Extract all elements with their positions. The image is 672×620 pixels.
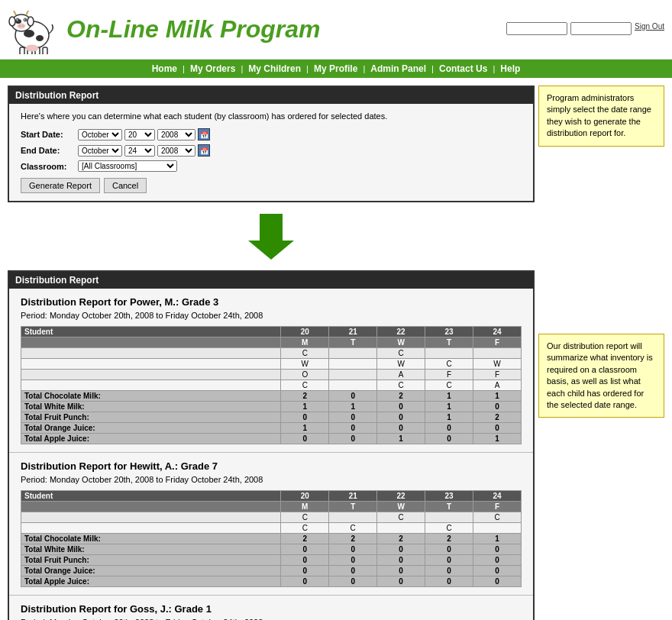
svg-point-10 (19, 25, 21, 27)
down-arrow-container (8, 214, 535, 261)
svg-point-11 (22, 25, 24, 27)
start-date-row: Start Date: October 20 2008 📅 (21, 128, 522, 140)
end-year-select[interactable]: 2008 (157, 145, 195, 157)
svg-point-2 (24, 30, 34, 37)
generate-report-button[interactable]: Generate Report (21, 178, 100, 193)
main-content: Program administrators simply select the… (0, 78, 672, 620)
report-table-2: Student 20 21 22 23 24 M T W T F (21, 490, 522, 587)
password-input[interactable] (570, 22, 632, 35)
student-col-header: Student (21, 327, 281, 337)
logo (8, 5, 57, 54)
start-calendar-icon[interactable]: 📅 (198, 128, 210, 140)
start-month-select[interactable]: October (78, 129, 122, 140)
end-day-select[interactable]: 24 (124, 145, 155, 157)
nav-my-children[interactable]: My Children (248, 63, 301, 74)
svg-point-8 (25, 19, 27, 21)
svg-point-14 (9, 17, 15, 26)
end-date-label: End Date: (21, 146, 78, 155)
nav-my-profile[interactable]: My Profile (314, 63, 357, 74)
svg-rect-16 (20, 47, 24, 54)
cancel-button[interactable]: Cancel (104, 178, 147, 193)
report-results-header: Distribution Report (9, 272, 533, 289)
report-period-1: Period: Monday October 20th, 2008 to Fri… (21, 311, 522, 320)
svg-point-15 (27, 17, 34, 26)
svg-line-12 (14, 11, 16, 15)
nav-home[interactable]: Home (152, 63, 177, 74)
svg-rect-19 (43, 47, 47, 54)
report-title-1: Distribution Report for Power, M.: Grade… (21, 296, 522, 308)
svg-line-13 (26, 11, 28, 15)
svg-point-20 (26, 45, 38, 51)
start-day-select[interactable]: 20 (124, 129, 155, 140)
report-section-1: Distribution Report for Power, M.: Grade… (9, 289, 533, 453)
tooltip-1: Program administrators simply select the… (538, 86, 664, 147)
nav-help[interactable]: Help (500, 63, 520, 74)
report-form-body: Here's where you can determine what each… (9, 104, 533, 201)
svg-marker-21 (248, 214, 294, 260)
end-date-row: End Date: October 24 2008 📅 (21, 144, 522, 157)
sign-out-link[interactable]: Sign Out (635, 22, 664, 35)
report-title-2: Distribution Report for Hewitt, A.: Grad… (21, 460, 522, 472)
classroom-label: Classroom: (21, 162, 78, 171)
form-buttons: Generate Report Cancel (21, 178, 522, 193)
svg-point-3 (36, 35, 44, 41)
top-nav: Home | My Orders | My Children | My Prof… (0, 60, 672, 78)
report-section-2: Distribution Report for Hewitt, A.: Grad… (9, 453, 533, 596)
tooltip-2: Our distribution report will summarize w… (538, 334, 664, 418)
site-title: On-Line Milk Program (66, 15, 506, 44)
report-section-3: Distribution Report for Goss, J.: Grade … (9, 596, 533, 620)
nav-admin-panel[interactable]: Admin Panel (370, 63, 426, 74)
nav-my-orders[interactable]: My Orders (190, 63, 235, 74)
report-form-header: Distribution Report (9, 87, 533, 104)
report-table-1: Student 20 21 22 23 24 M T W T F (21, 326, 522, 444)
end-calendar-icon[interactable]: 📅 (198, 144, 210, 157)
end-month-select[interactable]: October (78, 145, 122, 157)
nav-contact-us[interactable]: Contact Us (439, 63, 487, 74)
svg-point-7 (18, 19, 19, 21)
start-date-label: Start Date: (21, 130, 78, 139)
start-year-select[interactable]: 2008 (157, 129, 195, 140)
username-input[interactable] (506, 22, 567, 35)
report-results-box: Distribution Report Distribution Report … (8, 270, 535, 620)
report-form-box: Distribution Report Here's where you can… (8, 86, 535, 202)
report-period-2: Period: Monday October 20th, 2008 to Fri… (21, 475, 522, 484)
classroom-row: Classroom: [All Classrooms] (21, 160, 522, 172)
report-title-3: Distribution Report for Goss, J.: Grade … (21, 603, 522, 615)
svg-point-9 (18, 24, 25, 28)
header-right: Sign Out (506, 22, 664, 37)
form-description: Here's where you can determine what each… (21, 111, 522, 121)
classroom-select[interactable]: [All Classrooms] (78, 160, 177, 172)
